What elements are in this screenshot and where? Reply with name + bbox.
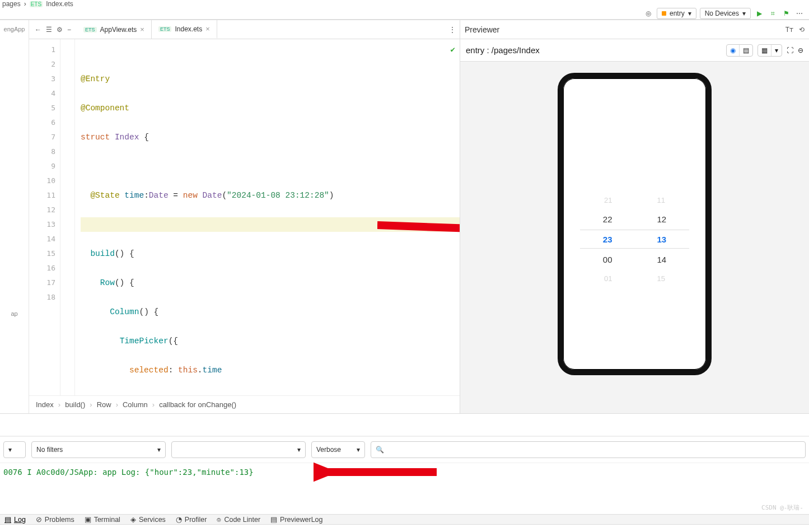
ets-file-icon: ETS (158, 26, 172, 32)
device-label: No Devices (705, 10, 739, 17)
tab-label: Index.ets (175, 25, 202, 33)
search-icon: 🔍 (376, 446, 384, 454)
gear-icon[interactable]: ⚙ (57, 26, 63, 34)
sidebar-item-ap[interactable]: ap (11, 310, 17, 317)
editor-toolbar: ← ☰ ⚙ − (29, 26, 77, 34)
previewer-path: entry : /pages/Index (466, 45, 540, 55)
editor-panel: ← ☰ ⚙ − ETS AppView.ets × ETS Index.ets … (29, 20, 460, 413)
expand-icon[interactable]: ⛶ (787, 46, 793, 54)
log-line: 0076 I A0c0d0/JSApp: app Log: {"hour":23… (3, 468, 254, 477)
run-icon[interactable]: ▶ (754, 8, 764, 19)
layers-icon: ▤ (740, 45, 752, 56)
annotation-arrow-left (314, 462, 442, 484)
log-level-select[interactable]: Verbose ▾ (311, 441, 365, 458)
editor-tabs: ETS AppView.ets × ETS Index.ets × (77, 20, 217, 39)
path-seg-file[interactable]: Index.ets (46, 0, 73, 8)
crumb-callback[interactable]: callback for onChange() (159, 400, 236, 409)
time-picker[interactable]: 2111 2212 2313 0014 0115 (563, 190, 706, 288)
prevlog-icon: ▤ (270, 515, 277, 524)
zoom-out-icon[interactable]: ⊖ (798, 46, 803, 54)
inspect-toggle-group[interactable]: ◉▤ (726, 44, 753, 57)
log-source-select[interactable]: ▾ (3, 441, 26, 458)
more-icon[interactable]: ⋮ (450, 24, 460, 35)
checkmark-icon: ✔ (451, 43, 455, 57)
previewer-panel: Previewer Tᴛ ⟲ entry : /pages/Index ◉▤ ▦… (460, 20, 809, 413)
tab-profiler[interactable]: ◔Profiler (176, 515, 207, 524)
log-output[interactable]: 0076 I A0c0d0/JSApp: app Log: {"hour":23… (0, 463, 809, 514)
target-icon[interactable]: ◎ (643, 8, 653, 19)
crumb-column[interactable]: Column (123, 400, 148, 409)
sidebar-item-engapp[interactable]: engApp (4, 26, 25, 32)
tab-previewer-log[interactable]: ▤PreviewerLog (270, 515, 322, 524)
chevron-down-icon: ▾ (357, 446, 360, 454)
log-search-field[interactable] (387, 445, 801, 454)
log-controls: ▾ No filters ▾ ▾ Verbose ▾ 🔍 (0, 436, 809, 463)
editor-body: 123 456 789 101112 131415 161718 ✔ @Entr… (29, 39, 460, 395)
previewer-header: Previewer Tᴛ ⟲ (460, 20, 809, 39)
tab-log[interactable]: ▤Log (4, 515, 26, 524)
crumb-row[interactable]: Row (97, 400, 111, 409)
previewer-canvas: 2111 2212 2313 0014 0115 (460, 62, 809, 413)
module-label: entry (670, 10, 685, 17)
log-search-input[interactable]: 🔍 (371, 441, 806, 458)
close-icon[interactable]: × (140, 25, 144, 34)
chevron-down-icon: ▾ (688, 10, 691, 17)
main-area: engApp ap ← ☰ ⚙ − ETS AppView.ets × ETS … (0, 20, 809, 413)
module-dot-icon (662, 11, 666, 16)
services-icon: ◈ (130, 515, 136, 524)
tab-linter[interactable]: ⌾Code Linter (217, 516, 260, 524)
crumb-index[interactable]: Index (36, 400, 54, 409)
terminal-icon: ▣ (85, 515, 91, 524)
line-gutter: 123 456 789 101112 131415 161718 (29, 39, 60, 395)
ets-file-icon: ETS (83, 27, 97, 32)
coverage-icon[interactable]: ⚑ (781, 8, 791, 19)
fold-column[interactable] (60, 39, 75, 395)
log-icon: ▤ (4, 515, 11, 524)
chevron-down-icon: ▾ (8, 446, 12, 454)
tab-problems[interactable]: ⊘Problems (36, 515, 74, 524)
chevron-right-icon: › (24, 0, 26, 8)
warning-icon: ⊘ (36, 515, 42, 524)
device-selector[interactable]: No Devices ▾ (700, 8, 751, 19)
log-tag-select[interactable]: ▾ (171, 441, 306, 458)
chevron-down-icon: ▾ (297, 446, 301, 454)
tab-services[interactable]: ◈Services (130, 515, 166, 524)
tab-appview[interactable]: ETS AppView.ets × (77, 20, 152, 39)
profiler-icon: ◔ (176, 515, 182, 524)
tree-icon[interactable]: ☰ (46, 26, 52, 34)
back-icon[interactable]: ← (35, 26, 41, 34)
crumb-build[interactable]: build() (65, 400, 85, 409)
close-icon[interactable]: × (205, 25, 210, 33)
font-icon[interactable]: Tᴛ (785, 26, 793, 34)
watermark: CSDN @-耿瑞- (761, 503, 803, 512)
ets-file-icon: ETS (30, 1, 43, 7)
device-frame: 2111 2212 2313 0014 0115 (558, 73, 712, 375)
path-seg-pages[interactable]: pages (2, 0, 21, 8)
tab-index[interactable]: ETS Index.ets × (152, 20, 217, 39)
code-breadcrumb: Index› build()› Row› Column› callback fo… (29, 395, 460, 413)
tab-terminal[interactable]: ▣Terminal (85, 515, 120, 524)
status-bar (0, 524, 809, 532)
refresh-icon[interactable]: ⟲ (799, 26, 805, 34)
code-editor[interactable]: ✔ @Entry @Component struct Index { @Stat… (75, 39, 460, 395)
log-filter-select[interactable]: No filters ▾ (31, 441, 166, 458)
editor-tabs-row: ← ☰ ⚙ − ETS AppView.ets × ETS Index.ets … (29, 20, 460, 39)
chevron-down-icon: ▾ (742, 10, 746, 17)
chevron-down-icon: ▾ (157, 446, 161, 454)
inspect-icon: ◉ (727, 45, 740, 56)
grid-icon: ▦ (758, 45, 771, 56)
module-selector[interactable]: entry ▾ (657, 8, 696, 19)
filter-label: No filters (36, 446, 63, 454)
tab-label: AppView.ets (100, 26, 137, 34)
log-panel: ▾ No filters ▾ ▾ Verbose ▾ 🔍 0076 I A0c0… (0, 413, 809, 514)
level-label: Verbose (316, 446, 341, 454)
debug-icon[interactable]: ⌗ (768, 8, 778, 19)
top-toolbar: ◎ entry ▾ No Devices ▾ ▶ ⌗ ⚑ ⋯ (0, 8, 809, 20)
more-icon[interactable]: ⋯ (794, 8, 805, 19)
layout-toggle-group[interactable]: ▦▾ (757, 44, 782, 57)
file-path-bar: pages › ETS Index.ets (0, 0, 809, 8)
minus-icon[interactable]: − (67, 26, 71, 34)
chevron-down-icon: ▾ (771, 45, 782, 56)
project-sidebar: engApp ap (0, 20, 29, 413)
previewer-title: Previewer (465, 25, 499, 34)
